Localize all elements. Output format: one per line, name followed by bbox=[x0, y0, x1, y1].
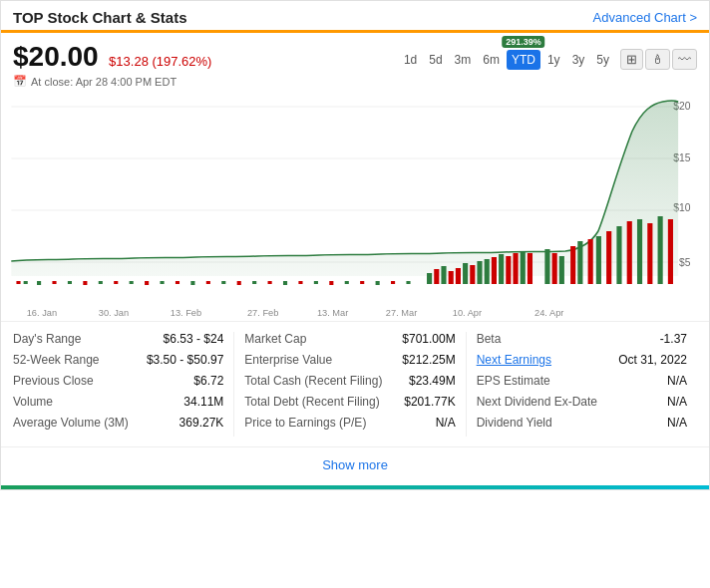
vol-bar bbox=[329, 281, 333, 285]
vol-bar bbox=[485, 259, 490, 284]
vol-bar bbox=[559, 256, 564, 284]
stat-total-cash: Total Cash (Recent Filing) $23.49M bbox=[244, 374, 455, 388]
vol-bar bbox=[391, 281, 395, 284]
vol-bar bbox=[596, 236, 601, 284]
stat-label: Next Dividend Ex-Date bbox=[477, 395, 597, 409]
main-container: TOP Stock Chart & Stats Advanced Chart >… bbox=[0, 0, 710, 490]
vol-bar bbox=[627, 221, 632, 284]
time-btn-5d[interactable]: 5d bbox=[424, 50, 447, 70]
vol-bar bbox=[37, 281, 41, 285]
next-earnings-link[interactable]: Next Earnings bbox=[477, 353, 551, 367]
vol-bar bbox=[658, 216, 663, 284]
stat-value: $201.77K bbox=[404, 395, 455, 409]
vol-bar bbox=[463, 263, 468, 284]
stat-pe: Price to Earnings (P/E) N/A bbox=[244, 416, 455, 430]
time-btn-1y[interactable]: 1y bbox=[542, 50, 565, 70]
stat-label: Price to Earnings (P/E) bbox=[244, 416, 366, 430]
stat-label: EPS Estimate bbox=[477, 374, 550, 388]
stat-next-dividend: Next Dividend Ex-Date N/A bbox=[477, 395, 687, 409]
time-btn-3y[interactable]: 3y bbox=[567, 50, 590, 70]
stat-enterprise-value: Enterprise Value $212.25M bbox=[244, 353, 455, 367]
svg-text:27. Feb: 27. Feb bbox=[247, 308, 278, 318]
stat-beta: Beta -1.37 bbox=[477, 332, 687, 346]
vol-bar bbox=[521, 251, 526, 284]
vol-bar bbox=[283, 281, 287, 285]
vol-bar bbox=[206, 281, 210, 284]
stat-value: $3.50 - $50.97 bbox=[147, 353, 223, 367]
stat-next-earnings: Next Earnings Oct 31, 2022 bbox=[477, 353, 687, 367]
vol-bar bbox=[298, 281, 302, 284]
stat-market-cap: Market Cap $701.00M bbox=[244, 332, 455, 346]
time-btn-3m[interactable]: 3m bbox=[450, 50, 477, 70]
vol-bar bbox=[237, 281, 241, 285]
vol-bar bbox=[606, 231, 611, 284]
stat-label: Beta bbox=[477, 332, 502, 346]
chart-type-buttons: ⊞ 🕯 〰 bbox=[620, 49, 697, 70]
chart-svg: $20 $15 $10 $5 bbox=[1, 92, 709, 321]
svg-text:27. Mar: 27. Mar bbox=[386, 308, 417, 318]
stat-value: N/A bbox=[667, 374, 687, 388]
stat-value: N/A bbox=[667, 416, 687, 430]
vol-bar bbox=[647, 223, 652, 284]
vol-bar bbox=[360, 281, 364, 284]
price-change: $13.28 (197.62%) bbox=[109, 54, 211, 69]
vol-bar bbox=[513, 253, 518, 284]
vol-bar bbox=[376, 281, 380, 285]
stat-total-debt: Total Debt (Recent Filing) $201.77K bbox=[244, 395, 455, 409]
price-section: $20.00 $13.28 (197.62%) 📅 At close: Apr … bbox=[1, 33, 709, 92]
svg-text:13. Feb: 13. Feb bbox=[171, 308, 201, 318]
stat-52week-range: 52-Week Range $3.50 - $50.97 bbox=[13, 353, 223, 367]
chart-line-btn[interactable]: 〰 bbox=[672, 49, 697, 70]
price-line bbox=[11, 101, 678, 261]
vol-bar bbox=[99, 281, 103, 284]
stat-label: 52-Week Range bbox=[13, 353, 100, 367]
vol-bar bbox=[470, 265, 475, 284]
stat-label: Previous Close bbox=[13, 374, 94, 388]
vol-bar bbox=[570, 246, 575, 284]
stat-value: $23.49M bbox=[409, 374, 456, 388]
show-more-section: Show more bbox=[1, 446, 709, 485]
svg-text:10. Apr: 10. Apr bbox=[453, 308, 482, 318]
chart-bar-btn[interactable]: ⊞ bbox=[620, 49, 643, 70]
stat-value: 369.27K bbox=[179, 416, 224, 430]
stat-value: $701.00M bbox=[402, 332, 455, 346]
advanced-chart-link[interactable]: Advanced Chart > bbox=[593, 10, 697, 25]
time-btn-6m[interactable]: 6m bbox=[478, 50, 505, 70]
vol-bar bbox=[252, 281, 256, 284]
price-left: $20.00 $13.28 (197.62%) 📅 At close: Apr … bbox=[13, 41, 211, 88]
ytd-badge: 291.39% bbox=[502, 36, 545, 48]
svg-text:13. Mar: 13. Mar bbox=[317, 308, 348, 318]
vol-bar bbox=[24, 281, 28, 284]
vol-bar bbox=[544, 249, 549, 284]
vol-bar bbox=[268, 281, 272, 284]
time-btn-ytd[interactable]: YTD bbox=[507, 50, 540, 70]
vol-bar bbox=[492, 257, 497, 284]
stat-value: N/A bbox=[436, 416, 456, 430]
stat-value: $6.72 bbox=[193, 374, 223, 388]
svg-text:30. Jan: 30. Jan bbox=[99, 308, 129, 318]
stat-label: Volume bbox=[13, 395, 53, 409]
vol-bar bbox=[130, 281, 134, 284]
price-row: $20.00 $13.28 (197.62%) bbox=[13, 41, 211, 73]
show-more-button[interactable]: Show more bbox=[322, 457, 388, 472]
header: TOP Stock Chart & Stats Advanced Chart > bbox=[1, 1, 709, 33]
bottom-bar bbox=[1, 485, 709, 489]
vol-bar bbox=[434, 269, 439, 284]
vol-bar bbox=[577, 241, 582, 284]
stats-col-right: Beta -1.37 Next Earnings Oct 31, 2022 EP… bbox=[466, 332, 697, 437]
vol-bar bbox=[441, 266, 446, 284]
price-main: $20.00 bbox=[13, 41, 99, 72]
vol-bar bbox=[528, 253, 532, 284]
time-btn-1d[interactable]: 1d bbox=[399, 50, 422, 70]
stat-volume: Volume 34.11M bbox=[13, 395, 223, 409]
time-btn-5y[interactable]: 5y bbox=[591, 50, 614, 70]
svg-text:24. Apr: 24. Apr bbox=[534, 308, 563, 318]
vol-bar bbox=[668, 219, 673, 284]
svg-text:16. Jan: 16. Jan bbox=[27, 308, 57, 318]
stats-col-left: Day's Range $6.53 - $24 52-Week Range $3… bbox=[13, 332, 233, 437]
chart-candlestick-btn[interactable]: 🕯 bbox=[645, 49, 670, 70]
stat-value: 34.11M bbox=[183, 395, 223, 409]
stats-col-mid: Market Cap $701.00M Enterprise Value $21… bbox=[233, 332, 465, 437]
vol-bar bbox=[506, 256, 511, 284]
stat-label: Total Debt (Recent Filing) bbox=[244, 395, 379, 409]
